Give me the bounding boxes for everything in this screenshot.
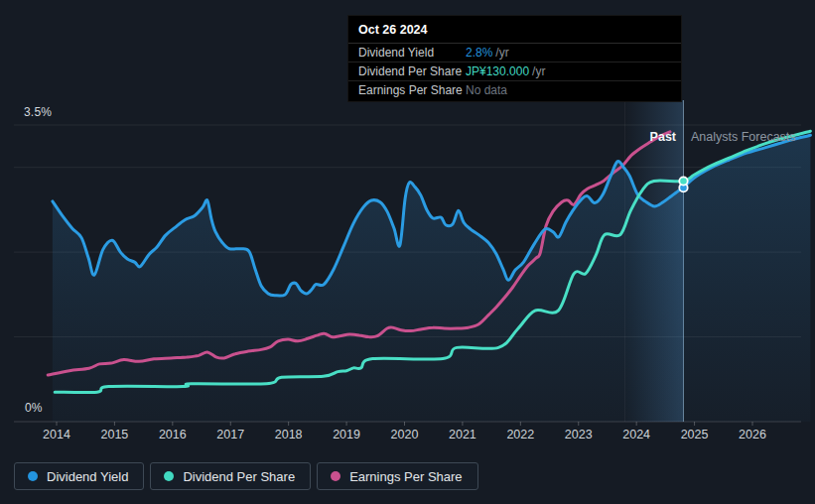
- legend-item-label: Dividend Yield: [47, 469, 128, 484]
- tooltip-row-unit: /yr: [495, 46, 508, 60]
- chart-tooltip: Oct 26 2024 Dividend Yield2.8%/yrDividen…: [347, 15, 682, 102]
- year-label-2023: 2023: [565, 428, 593, 441]
- year-label-2025: 2025: [681, 428, 709, 441]
- legend-dot-icon: [331, 471, 340, 481]
- tooltip-rows: Dividend Yield2.8%/yrDividend Per ShareJ…: [348, 44, 681, 101]
- tooltip-row-label: Dividend Yield: [358, 46, 466, 60]
- past-region-label: Past: [650, 130, 676, 144]
- legend-item-label: Dividend Per Share: [183, 469, 295, 484]
- legend-item-label: Earnings Per Share: [349, 469, 462, 484]
- tooltip-row-value: 2.8%: [466, 46, 492, 60]
- year-label-2018: 2018: [275, 428, 303, 441]
- tooltip-date: Oct 26 2024: [348, 16, 681, 44]
- today-marker-dividend-per-share: [679, 177, 687, 185]
- legend: Dividend YieldDividend Per ShareEarnings…: [14, 462, 478, 490]
- tooltip-row-label: Dividend Per Share: [358, 64, 466, 78]
- dividend-history-chart: 3.5% 0% 20142015201620172018201920202021…: [0, 0, 815, 504]
- year-label-2021: 2021: [449, 428, 476, 441]
- y-axis-zero-label: 0%: [25, 401, 43, 415]
- tooltip-row-label: Earnings Per Share: [358, 83, 466, 97]
- dividend-yield-area: [53, 135, 811, 422]
- year-label-2026: 2026: [739, 428, 766, 441]
- year-label-2022: 2022: [506, 428, 534, 441]
- year-label-2019: 2019: [333, 428, 360, 441]
- forecast-region-label: Analysts Forecasts: [691, 130, 796, 144]
- today-markers: [679, 177, 687, 191]
- legend-item-dividend-per-share[interactable]: Dividend Per Share: [150, 462, 311, 490]
- year-label-2014: 2014: [43, 428, 70, 441]
- legend-item-earnings-per-share[interactable]: Earnings Per Share: [317, 462, 477, 490]
- tooltip-row-value: JP¥130.000: [466, 64, 529, 78]
- legend-item-dividend-yield[interactable]: Dividend Yield: [14, 462, 144, 490]
- area-fills: [53, 135, 811, 422]
- tooltip-row-1: Dividend Per ShareJP¥130.000/yr: [348, 63, 681, 81]
- year-label-2016: 2016: [159, 428, 187, 441]
- year-label-2017: 2017: [216, 428, 244, 441]
- year-label-2024: 2024: [622, 428, 650, 441]
- tooltip-row-2: Earnings Per ShareNo data: [348, 81, 681, 101]
- legend-dot-icon: [164, 471, 174, 481]
- y-axis-max-label: 3.5%: [24, 105, 52, 119]
- axis-ticks: [57, 422, 752, 426]
- tooltip-row-0: Dividend Yield2.8%/yr: [348, 44, 681, 63]
- legend-dot-icon: [28, 471, 38, 481]
- tooltip-row-unit: /yr: [532, 64, 545, 78]
- tooltip-row-value: No data: [466, 83, 507, 97]
- year-label-2020: 2020: [391, 428, 419, 441]
- year-label-2015: 2015: [101, 428, 129, 441]
